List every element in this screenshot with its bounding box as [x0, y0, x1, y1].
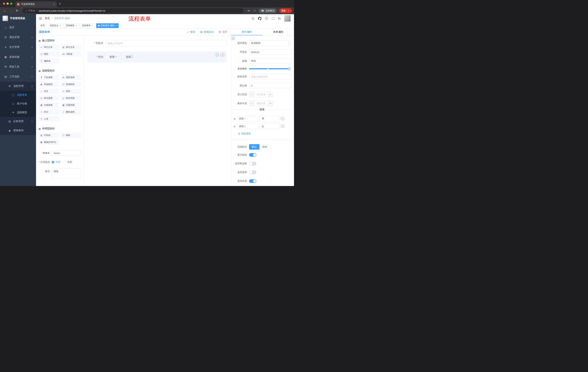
view-json-button[interactable]: 查看json	[200, 30, 214, 34]
sidebar-item-home[interactable]: ⌂ 首页	[0, 22, 36, 32]
palette-item-rate[interactable]: ☆评分	[39, 109, 59, 115]
status-off-radio[interactable]: 关闭	[63, 160, 72, 164]
sidebar-item-workflow[interactable]: ▤ 工作流程 ∧	[0, 72, 36, 82]
palette-item-counter[interactable]: 123计数器	[61, 51, 81, 57]
gender-option1-checkbox[interactable]: 选项一	[105, 55, 117, 59]
tag-home[interactable]: 首页	[39, 23, 47, 28]
palette-item-slider[interactable]: ↭滑块	[61, 88, 81, 94]
sidebar-item-payment-mgmt[interactable]: ¥ 支付管理 ∨	[0, 42, 36, 52]
tag-process-definition[interactable]: 流程定义 ×	[48, 23, 63, 28]
sidebar-item-leave-query[interactable]: ☻ 请假查询	[0, 126, 36, 135]
palette-item-multi-text[interactable]: ▤多行文本	[61, 44, 81, 50]
palette-item-single-text[interactable]: ▭单行文本	[39, 44, 59, 50]
label-width-input[interactable]	[249, 74, 291, 79]
sidebar-item-process-model[interactable]: ✈ 流程模型	[0, 108, 36, 117]
title-input[interactable]	[249, 58, 291, 64]
palette-item-checkbox-group[interactable]: ☑多选框组	[61, 82, 81, 87]
gender-option2-checkbox[interactable]: 选项二	[122, 55, 133, 59]
min-select-input[interactable]	[254, 92, 268, 97]
status-on-radio[interactable]: 开启	[52, 160, 60, 164]
search-icon[interactable]	[252, 17, 254, 20]
breadcrumb-home[interactable]: 首页	[45, 17, 50, 20]
sidebar-item-process-mgmt[interactable]: ≣ 流程管理 ∧	[0, 82, 36, 91]
browser-tab[interactable]: 芋道管理系统 ×	[15, 1, 57, 7]
remove-option-button[interactable]: −	[281, 125, 284, 128]
forward-button[interactable]: →	[8, 8, 13, 13]
decrease-button[interactable]: −	[249, 101, 254, 106]
minimize-window-button[interactable]	[7, 2, 9, 5]
field-name-input[interactable]	[249, 49, 291, 55]
component-type-select[interactable]: 多选框组 ∨	[249, 40, 291, 46]
palette-item-upload[interactable]: ↥上传	[39, 116, 59, 122]
disabled-switch[interactable]	[249, 170, 256, 174]
remark-textarea[interactable]: 嘿嘿	[52, 169, 81, 178]
palette-item-editor[interactable]: ✎编辑器	[39, 58, 59, 64]
reload-button[interactable]: ↻	[15, 8, 20, 13]
palette-item-date-picker[interactable]: ▦日期选择	[39, 102, 59, 108]
user-avatar[interactable]	[284, 15, 291, 22]
slider-handle[interactable]	[288, 67, 291, 70]
address-bar[interactable]: ⚠ 不安全 | dashboard.yudao.iocoder.cn/bpm/m…	[22, 8, 244, 13]
palette-item-date-range[interactable]: ▩日期范围	[61, 102, 81, 108]
clear-button[interactable]: 清空	[219, 30, 227, 34]
palette-item-time-range[interactable]: ◵时间范围	[61, 95, 81, 101]
form-name-input[interactable]	[52, 150, 81, 156]
tab-form-props[interactable]: 表单属性	[262, 29, 294, 35]
tag-process-form[interactable]: 流程表单 ×	[80, 23, 95, 28]
palette-item-radio-group[interactable]: ◉单选框组	[39, 82, 59, 87]
palette-item-time-picker[interactable]: ◷时间选择	[39, 95, 59, 101]
copy-widget-button[interactable]	[215, 53, 219, 57]
sidebar-item-process-form[interactable]: ▢ 流程表单	[0, 91, 36, 99]
github-icon[interactable]	[258, 17, 262, 20]
grid-slider[interactable]	[249, 68, 289, 69]
sidebar-logo[interactable]: 芋道管理系统	[0, 14, 36, 22]
tag-process-model[interactable]: 流程模型 ×	[64, 23, 79, 28]
zoom-window-button[interactable]	[10, 2, 12, 5]
new-tab-button[interactable]: +	[59, 2, 61, 5]
gender-field-selected[interactable]: *性别 选项一 选项二	[87, 51, 227, 63]
option1-label-input[interactable]	[237, 116, 258, 121]
phone-field[interactable]: *手机号	[87, 40, 227, 47]
password-key-icon[interactable]	[247, 9, 251, 12]
sidebar-item-task-mgmt[interactable]: ⊞ 任务管理 ∨	[0, 117, 36, 126]
close-icon[interactable]: ×	[60, 24, 61, 27]
remove-option-button[interactable]: −	[281, 117, 284, 120]
help-icon[interactable]: ?	[265, 17, 268, 20]
browser-menu-icon[interactable]: ⋮	[287, 9, 290, 12]
sidebar-item-system-mgmt[interactable]: ⚙ 系统管理 ∨	[0, 32, 36, 42]
phone-input[interactable]	[105, 40, 227, 47]
link-badge-icon[interactable]	[231, 37, 235, 40]
palette-item-color-picker[interactable]: ◑颜色选择	[61, 109, 81, 115]
palette-item-table[interactable]: ▦表格[开发中]	[39, 139, 59, 145]
sidebar-item-infrastructure[interactable]: ▣ 基础设施 ∨	[0, 52, 36, 62]
default-value-input[interactable]	[249, 83, 291, 88]
with-border-switch[interactable]	[249, 162, 256, 165]
back-button[interactable]: ←	[2, 8, 7, 13]
palette-item-row-container[interactable]: ▥行容器	[39, 132, 59, 138]
fullscreen-icon[interactable]	[272, 17, 274, 20]
palette-item-select[interactable]: ▼下拉选择	[39, 74, 59, 80]
increase-button[interactable]: +	[268, 92, 273, 97]
decrease-button[interactable]: −	[249, 92, 254, 97]
increase-button[interactable]: +	[268, 101, 273, 106]
sidebar-item-dev-tools[interactable]: ⚒ 研发工具 ∨	[0, 62, 36, 72]
show-label-switch[interactable]	[249, 153, 256, 157]
option2-label-input[interactable]	[237, 124, 258, 129]
tag-process-form-edit[interactable]: 流程表单-编辑 ×	[96, 23, 119, 28]
option2-value-input[interactable]	[260, 124, 279, 129]
delete-widget-button[interactable]	[220, 53, 224, 57]
palette-item-cascader[interactable]: ⊞级联选择	[61, 74, 81, 80]
style-button-button[interactable]: 按钮	[259, 144, 270, 149]
form-canvas[interactable]: *手机号	[84, 35, 231, 186]
close-icon[interactable]: ×	[116, 24, 117, 27]
close-window-button[interactable]	[3, 2, 5, 5]
tab-close-icon[interactable]: ×	[53, 3, 55, 6]
save-button[interactable]: ✓ 保存	[187, 30, 195, 34]
bookmark-star-icon[interactable]: ☆	[252, 9, 257, 12]
max-select-input[interactable]	[254, 101, 268, 106]
close-icon[interactable]: ×	[92, 24, 93, 27]
sidebar-item-user-group[interactable]: ☺ 用户分组	[0, 99, 36, 108]
tab-component-props[interactable]: 组件属性	[231, 29, 262, 35]
palette-item-switch[interactable]: ◐开关	[39, 88, 59, 94]
add-option-link[interactable]: ⊕ 添加选项	[238, 132, 251, 135]
